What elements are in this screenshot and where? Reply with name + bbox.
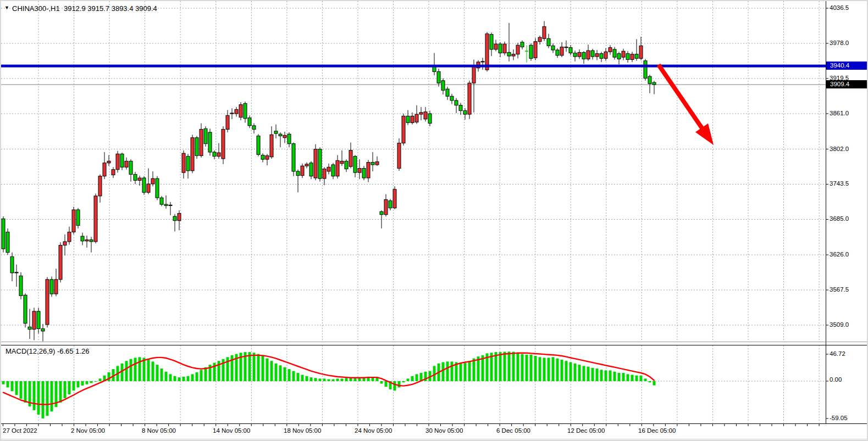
macd-bar [460, 363, 462, 381]
candle-body [94, 196, 97, 242]
candle-body [309, 163, 313, 176]
candle-body [380, 211, 383, 214]
macd-bar [499, 352, 502, 381]
macd-bar [257, 354, 260, 381]
macd-bar [319, 378, 322, 381]
candle-body [653, 82, 656, 85]
candle-body [609, 48, 612, 52]
symbol-dropdown-icon[interactable]: ▼ [4, 5, 9, 10]
candle-body [173, 216, 176, 221]
candle-body [37, 311, 40, 329]
candle-body [164, 204, 168, 205]
candle-body [54, 280, 58, 294]
candle-body [494, 44, 497, 49]
macd-bar [407, 378, 410, 381]
macd-bar [310, 377, 313, 381]
candle-body [90, 240, 93, 242]
price-axis-label: 3861.0 [830, 110, 868, 116]
candle-body [336, 160, 339, 176]
time-axis-label: 16 Dec 05:00 [638, 427, 676, 434]
macd-bar [587, 367, 590, 381]
candle-body [261, 155, 264, 159]
macd-bar [81, 381, 84, 386]
candle-body [358, 169, 361, 173]
macd-bar [323, 378, 326, 381]
macd-bar [411, 376, 414, 381]
macd-bar [165, 372, 168, 381]
candle-body [578, 52, 581, 57]
macd-bar [37, 381, 40, 415]
candle-body [283, 135, 286, 137]
candle-body [15, 272, 18, 273]
candle-body [481, 62, 484, 62]
candle-body [235, 109, 238, 114]
candle-body [103, 163, 106, 176]
candle-body [257, 136, 260, 154]
candle-body [274, 131, 278, 133]
macd-bar [178, 377, 181, 381]
candle-body [266, 156, 269, 160]
down-arrow-annotation[interactable] [659, 65, 714, 145]
candle-body [538, 37, 541, 42]
candle-body [244, 103, 247, 118]
macd-bar [51, 381, 53, 411]
candle-body [270, 135, 273, 157]
arrow-shaft [659, 65, 704, 131]
candle-body [125, 161, 128, 167]
macd-bar [174, 376, 176, 381]
macd-bar [297, 373, 300, 381]
candle-body [551, 46, 555, 50]
candle-body [617, 54, 621, 59]
candle-body [345, 161, 348, 169]
candle-body [648, 76, 651, 83]
macd-bar [156, 365, 159, 381]
candle-body [323, 169, 326, 179]
macd-bar [341, 378, 344, 381]
candle-body [613, 49, 616, 57]
macd-bar [200, 370, 203, 381]
macd-bar [653, 381, 656, 386]
candle-body [411, 116, 414, 122]
chart-canvas[interactable] [1, 1, 868, 441]
macd-bar [570, 362, 572, 382]
candle-body [556, 50, 559, 55]
candle-body [252, 126, 256, 130]
time-axis-label: 14 Nov 05:00 [213, 427, 250, 434]
macd-bar [11, 381, 14, 391]
candle-body [635, 54, 638, 59]
macd-bar [292, 371, 295, 381]
macd-bar [385, 381, 388, 387]
macd-bar [530, 355, 533, 381]
candle-body [459, 105, 462, 111]
candle-body [50, 280, 53, 294]
candle-body [560, 47, 563, 55]
macd-bar [73, 381, 75, 390]
macd-bar [631, 375, 634, 382]
panel-divider-line [1, 345, 826, 345]
price-axis-label: 3567.5 [830, 286, 868, 293]
macd-bar [394, 381, 396, 390]
macd-bar [42, 381, 45, 418]
candle-body [397, 143, 401, 169]
candle-body [441, 81, 445, 91]
macd-bar [596, 369, 599, 381]
candle-body [19, 276, 23, 295]
candle-body [573, 53, 577, 57]
candle-body [120, 154, 124, 167]
price-axis-label: 3685.0 [830, 215, 868, 222]
candlestick-series[interactable] [2, 21, 656, 342]
candle-body [10, 256, 14, 273]
candle-body [415, 114, 418, 122]
candle-body [239, 105, 242, 118]
support-hline[interactable] [1, 65, 826, 68]
macd-bar [15, 381, 18, 395]
grid-lines [1, 1, 826, 423]
macd-bar [328, 379, 330, 381]
price-axis-label: 3802.0 [830, 146, 868, 152]
candle-body [529, 45, 533, 58]
macd-bar [591, 368, 594, 381]
candle-body [516, 45, 519, 54]
macd-bar [284, 367, 286, 381]
macd-bar [578, 365, 581, 381]
candle-body [208, 132, 212, 152]
